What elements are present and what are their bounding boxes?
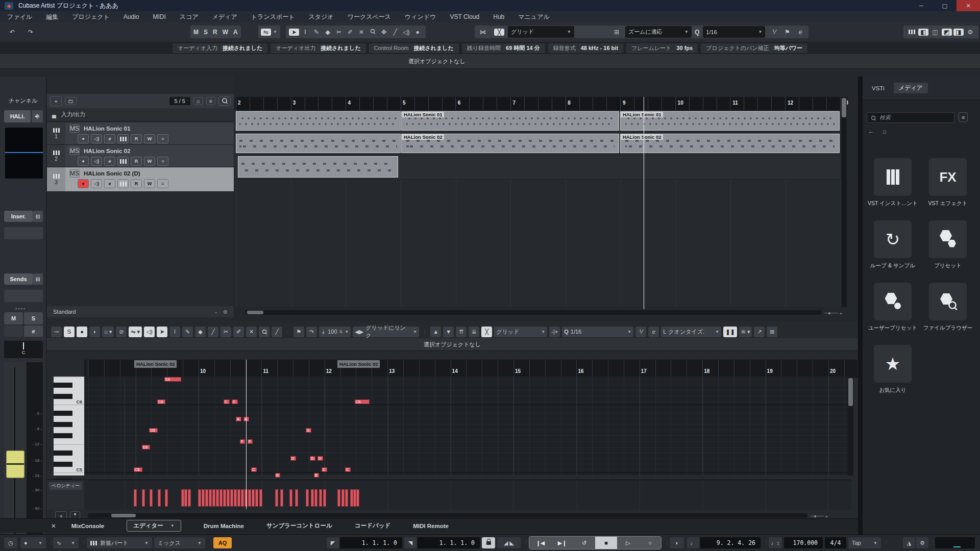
- media-tile-vst-effect[interactable]: FX: [929, 158, 967, 196]
- black-key-C#6[interactable]: [54, 394, 72, 399]
- editor-record-in-editor-button[interactable]: ●: [77, 327, 87, 337]
- transport-position[interactable]: 9. 2. 4. 26: [700, 537, 761, 548]
- hand-tool-icon[interactable]: ✥: [379, 29, 389, 36]
- velocity-bar[interactable]: [311, 489, 314, 507]
- menu-item-トランスポート[interactable]: トランスポート: [251, 13, 295, 21]
- midi-note-E6[interactable]: E6: [164, 377, 181, 382]
- piano-keys[interactable]: C6C5: [54, 377, 84, 475]
- arrange-hscrollbar[interactable]: [245, 310, 822, 315]
- editor-open-full-icon[interactable]: ↗: [754, 327, 765, 337]
- media-back-icon[interactable]: ←: [868, 128, 874, 135]
- velocity-bar[interactable]: [188, 489, 191, 507]
- editor-marker-panel-icon[interactable]: ⚑: [293, 327, 304, 337]
- menu-item-MIDI[interactable]: MIDI: [153, 13, 166, 20]
- tab-media[interactable]: メディア: [894, 83, 928, 93]
- nudge-icon[interactable]: ⋈: [478, 29, 488, 36]
- midi-mix-dropdown[interactable]: ミックス▼: [154, 537, 205, 548]
- note-grid[interactable]: E6C6CCAAG5GFFE5DDDC5CCCBBC6: [84, 377, 851, 475]
- menu-item-スコア[interactable]: スコア: [180, 13, 199, 21]
- menu-item-編集[interactable]: 編集: [46, 13, 58, 21]
- midi-note-F[interactable]: F: [248, 439, 253, 444]
- glue-tool-icon[interactable]: ✐: [345, 29, 355, 36]
- black-key-G#5[interactable]: [54, 422, 72, 427]
- automation-s-button[interactable]: S: [204, 29, 208, 36]
- left-zone-toggle-icon[interactable]: ◧: [918, 29, 928, 36]
- lower-zone-tab-サンプラーコントロール[interactable]: サンプラーコントロール: [266, 522, 332, 530]
- iterative-quantize-icon[interactable]: ⅟: [769, 29, 779, 36]
- close-button[interactable]: ✕: [957, 0, 980, 11]
- menu-item-マニュアル[interactable]: マニュアル: [518, 13, 549, 21]
- editor-part-list-dropdown[interactable]: ≋ ▾: [739, 327, 752, 337]
- mute-tool-icon[interactable]: ✕: [356, 29, 366, 36]
- snap-icon[interactable]: ╳: [494, 29, 504, 36]
- draw-tool-icon[interactable]: ✎: [311, 29, 322, 36]
- track-record-arm-button[interactable]: ●: [78, 179, 89, 188]
- midi-note-B[interactable]: B: [314, 473, 319, 478]
- editor-feedback-speaker-icon[interactable]: ◁): [144, 327, 155, 337]
- menu-item-ワークスペース[interactable]: ワークスペース: [348, 13, 391, 21]
- insert-slot[interactable]: [4, 227, 43, 239]
- track-record-arm-button[interactable]: ●: [78, 134, 89, 143]
- channel-listen-button[interactable]: [4, 325, 23, 337]
- velocity-bar[interactable]: [259, 489, 262, 507]
- velocity-bar[interactable]: [158, 489, 161, 507]
- stop-button[interactable]: ■: [595, 537, 617, 549]
- metronome-setup-gear-icon[interactable]: ⚙: [916, 537, 928, 548]
- right-locator-icon[interactable]: ◥: [404, 537, 416, 548]
- transport-clock-icon[interactable]: ◷: [4, 537, 17, 548]
- quantize-panel-icon[interactable]: ⚑: [782, 29, 792, 36]
- velocity-bar[interactable]: [230, 489, 233, 507]
- velocity-bar[interactable]: [212, 489, 215, 507]
- metronome-icon[interactable]: ◮: [903, 537, 915, 548]
- length-quantize-dropdown[interactable]: Lクオンタイズ.▼: [661, 327, 721, 337]
- editor-iterative-quantize-icon[interactable]: ⅟: [635, 327, 646, 337]
- right-zone-divider[interactable]: [858, 77, 863, 534]
- editor-quantize-dropdown[interactable]: Q1/16▼: [562, 327, 633, 337]
- midi-record-mode-dropdown[interactable]: 新規パート▼: [87, 537, 152, 548]
- arrange-zoom-slider[interactable]: ─●──＋: [824, 310, 843, 317]
- grid-type-dropdown[interactable]: ズームに適応▼: [625, 26, 692, 38]
- track-eq-icon[interactable]: ≡: [157, 157, 168, 166]
- add-track-icon[interactable]: ＋: [50, 96, 62, 106]
- editor-quantize-edit-icon[interactable]: e: [648, 327, 659, 337]
- track-instrument-icon[interactable]: [117, 157, 129, 166]
- step-up-icon[interactable]: ▲: [430, 327, 441, 337]
- go-to-end-button[interactable]: ▶❙: [551, 537, 573, 549]
- automation-a-button[interactable]: A: [233, 29, 238, 36]
- track-instrument-icon[interactable]: [117, 134, 129, 143]
- velocity-bar[interactable]: [314, 489, 317, 507]
- go-to-start-button[interactable]: ❙◀: [529, 537, 551, 549]
- track-mute-button[interactable]: M: [70, 147, 75, 155]
- editor-setup-window-icon[interactable]: ⊞: [767, 327, 777, 337]
- velocity-bar[interactable]: [289, 489, 292, 507]
- preset-gear-icon[interactable]: ⚙: [223, 309, 228, 315]
- send-slot[interactable]: [4, 290, 43, 302]
- time-signature-value[interactable]: 4/4: [825, 537, 846, 548]
- record-button[interactable]: ○: [639, 537, 661, 549]
- link-to-grid-dropdown[interactable]: ◀▶グリッドにリンク▼: [353, 327, 419, 337]
- lower-zone-toggle-icon[interactable]: ◩: [942, 29, 952, 36]
- automation-r-button[interactable]: R: [213, 29, 217, 36]
- midi-note-C[interactable]: C: [322, 467, 327, 472]
- snap-type-dropdown[interactable]: グリッド▼: [507, 26, 575, 38]
- record-mode-dropdown[interactable]: ●▼: [20, 537, 46, 548]
- velocity-bar[interactable]: [345, 489, 348, 507]
- velocity-bar[interactable]: [248, 489, 251, 507]
- editor-playhead[interactable]: [246, 360, 247, 509]
- velocity-bar[interactable]: [165, 489, 168, 507]
- io-folder-row[interactable]: ▄ 入力/出力: [47, 108, 234, 121]
- grid-plusminus-icon[interactable]: -|+: [549, 327, 560, 337]
- media-tile-favorites[interactable]: ★: [874, 345, 912, 383]
- arrange-vscrollbar[interactable]: [841, 97, 847, 307]
- autoscroll-caret-icon[interactable]: ▼: [273, 30, 277, 34]
- velocity-bar[interactable]: [223, 489, 226, 507]
- editor-snap-icon[interactable]: ╳: [481, 327, 492, 337]
- octave-down-icon[interactable]: ⇊: [469, 327, 479, 337]
- media-tile-vst-instrument[interactable]: [874, 158, 912, 196]
- track-instrument-icon[interactable]: [117, 179, 129, 188]
- track-eq-icon[interactable]: ≡: [157, 134, 168, 143]
- inserts-button[interactable]: Inser.: [4, 211, 33, 222]
- velocity-bar[interactable]: [306, 489, 309, 507]
- track-write-button[interactable]: W: [144, 179, 155, 188]
- media-home-icon[interactable]: ⌂: [883, 128, 887, 135]
